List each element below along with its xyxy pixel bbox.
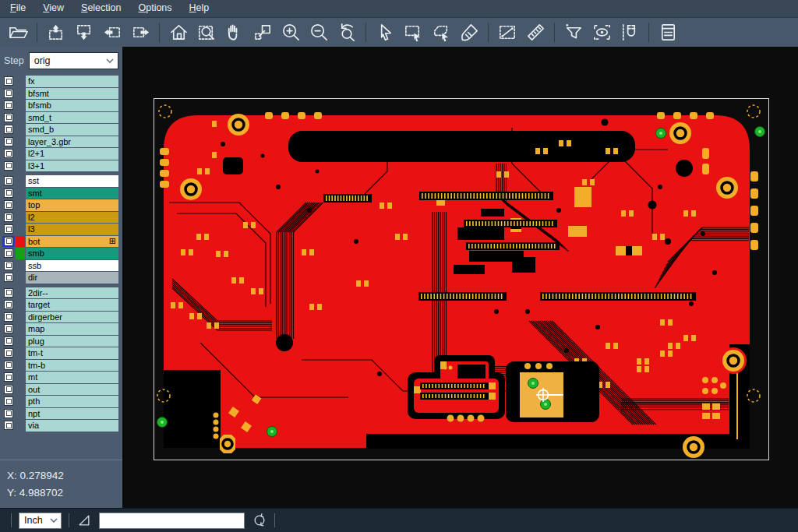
layer-checkbox[interactable] xyxy=(2,420,15,432)
layer-row-tm-t[interactable]: tm-t xyxy=(0,347,122,359)
layer-checkbox[interactable] xyxy=(2,148,15,160)
layer-row-dirgerber[interactable]: dirgerber xyxy=(0,312,122,323)
unit-dropdown[interactable]: Inch xyxy=(19,513,62,529)
paint-brush-button[interactable] xyxy=(455,20,483,45)
layer-checkbox[interactable] xyxy=(2,188,15,199)
layer-checkbox[interactable] xyxy=(2,136,15,148)
nudge-up-button[interactable] xyxy=(42,20,70,45)
layer-checkbox[interactable] xyxy=(2,199,15,211)
layer-checkbox[interactable] xyxy=(2,360,15,372)
layer-row-dir[interactable]: dir xyxy=(0,272,122,284)
select-pointer-icon xyxy=(375,22,396,43)
layer-checkbox[interactable] xyxy=(2,212,15,224)
layer-row-map[interactable]: map xyxy=(0,323,122,335)
layer-row-layer_3.gbr[interactable]: layer_3.gbr xyxy=(0,136,122,148)
menu-file[interactable]: File xyxy=(2,0,34,17)
layer-checkbox[interactable] xyxy=(2,396,15,407)
nudge-right-button[interactable] xyxy=(126,20,154,45)
zoom-drag-icon xyxy=(252,22,274,43)
menu-selection[interactable]: Selection xyxy=(72,0,129,17)
layer-row-target[interactable]: target xyxy=(0,299,122,311)
show-selection-button[interactable] xyxy=(588,20,616,45)
command-input[interactable] xyxy=(99,513,245,529)
open-folder-button[interactable] xyxy=(4,20,32,45)
layer-name: l3+1 xyxy=(26,160,118,172)
layer-row-mt[interactable]: mt xyxy=(0,372,122,383)
layer-row-l3+1[interactable]: l3+1 xyxy=(0,160,122,172)
layer-checkbox[interactable] xyxy=(2,224,15,235)
layer-checkbox[interactable] xyxy=(2,160,15,172)
layer-checkbox[interactable] xyxy=(2,175,15,187)
layer-row-smt[interactable]: smt xyxy=(0,188,122,199)
layer-row-l3[interactable]: l3 xyxy=(0,224,122,235)
snap-magnet-button[interactable] xyxy=(616,20,644,45)
layer-row-via[interactable]: via xyxy=(0,420,122,432)
layer-checkbox[interactable] xyxy=(2,248,15,259)
layer-color-swatch xyxy=(16,199,25,211)
refresh-icon[interactable] xyxy=(252,513,267,528)
layer-row-ssb[interactable]: ssb xyxy=(0,260,122,272)
layer-row-pth[interactable]: pth xyxy=(0,396,122,407)
layer-checkbox[interactable] xyxy=(2,112,15,124)
layer-row-out[interactable]: out xyxy=(0,384,122,396)
select-rect-button[interactable] xyxy=(399,20,427,45)
layer-checkbox[interactable] xyxy=(2,287,15,299)
layer-checkbox[interactable] xyxy=(2,372,15,383)
filter-funnel-button[interactable] xyxy=(560,20,588,45)
layer-row-bfsmb[interactable]: bfsmb xyxy=(0,100,122,111)
layer-row-smb[interactable]: smb xyxy=(0,248,122,259)
layer-checkbox[interactable] xyxy=(2,312,15,323)
layer-color-swatch xyxy=(16,175,25,187)
checkbox-icon xyxy=(4,361,13,370)
layer-row-smd_t[interactable]: smd_t xyxy=(0,112,122,124)
layer-row-smd_b[interactable]: smd_b xyxy=(0,124,122,136)
layer-row-fx[interactable]: fx xyxy=(0,76,122,87)
layer-checkbox[interactable] xyxy=(2,236,15,248)
layer-row-tm-b[interactable]: tm-b xyxy=(0,360,122,372)
layer-color-swatch xyxy=(16,420,25,432)
zoom-out-button[interactable] xyxy=(305,20,333,45)
layer-checkbox[interactable] xyxy=(2,260,15,272)
zoom-in-button[interactable] xyxy=(277,20,305,45)
zoom-drag-button[interactable] xyxy=(249,20,277,45)
layer-row-npt[interactable]: npt xyxy=(0,408,122,420)
layer-row-top[interactable]: top xyxy=(0,199,122,211)
zoom-window-button[interactable] xyxy=(192,20,221,45)
layer-checkbox[interactable] xyxy=(2,323,15,335)
layer-row-plug[interactable]: plug xyxy=(0,336,122,347)
menu-view[interactable]: View xyxy=(34,0,72,17)
select-pointer-button[interactable] xyxy=(371,20,399,45)
pcb-canvas[interactable] xyxy=(122,47,798,508)
menu-help[interactable]: Help xyxy=(181,0,218,17)
layer-row-l2[interactable]: l2 xyxy=(0,212,122,224)
layer-checkbox[interactable] xyxy=(2,336,15,347)
measure-diagonal-button[interactable] xyxy=(493,20,521,45)
layer-row-bot[interactable]: bot⊞ xyxy=(0,236,122,248)
layer-checkbox[interactable] xyxy=(2,384,15,396)
layer-row-2dir--[interactable]: 2dir-- xyxy=(0,287,122,299)
layer-color-swatch xyxy=(16,100,25,111)
layer-checkbox[interactable] xyxy=(2,272,15,284)
layer-checkbox[interactable] xyxy=(2,124,15,136)
layer-row-sst[interactable]: sst xyxy=(0,175,122,187)
layer-row-bfsmt[interactable]: bfsmt xyxy=(0,88,122,100)
layer-checkbox[interactable] xyxy=(2,299,15,311)
home-view-button[interactable] xyxy=(164,20,192,45)
step-dropdown[interactable]: orig xyxy=(29,52,118,69)
menu-options[interactable]: Options xyxy=(129,0,180,17)
nudge-left-button[interactable] xyxy=(98,20,126,45)
layer-checkbox[interactable] xyxy=(2,408,15,420)
pan-hand-button[interactable] xyxy=(221,20,249,45)
select-polygon-button[interactable] xyxy=(427,20,455,45)
zoom-previous-button[interactable] xyxy=(333,20,361,45)
nudge-down-button[interactable] xyxy=(70,20,98,45)
layer-checkbox[interactable] xyxy=(2,347,15,359)
layer-row-l2+1[interactable]: l2+1 xyxy=(0,148,122,160)
ruler-button[interactable] xyxy=(521,20,549,45)
report-form-button[interactable] xyxy=(654,20,682,45)
layer-checkbox[interactable] xyxy=(2,76,15,87)
corner-tool-icon[interactable] xyxy=(76,513,92,528)
layer-checkbox[interactable] xyxy=(2,100,15,111)
layer-checkbox[interactable] xyxy=(2,88,15,100)
checkbox-icon xyxy=(4,273,13,282)
